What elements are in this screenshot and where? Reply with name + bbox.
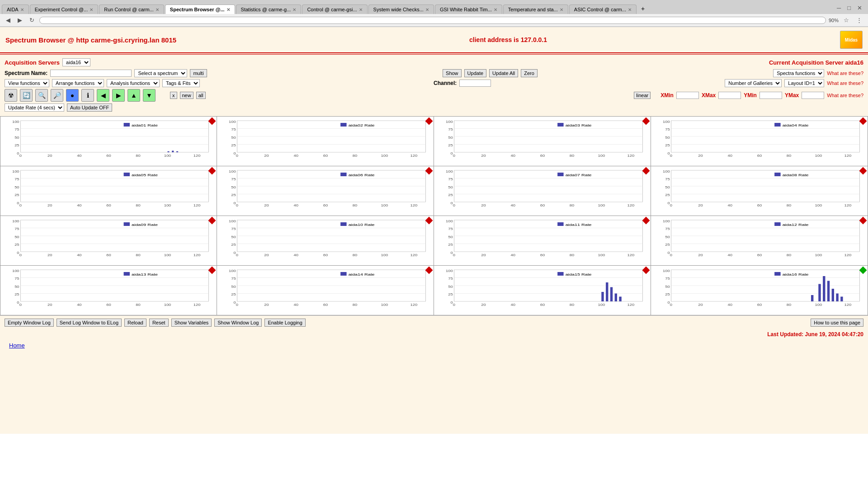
chart-cell-aida04[interactable]: 0255075100020406080100120aida04 Rate bbox=[651, 117, 868, 166]
tab-experiment[interactable]: Experiment Control @... ✕ bbox=[30, 5, 99, 14]
send-log-button[interactable]: Send Log Window to ELog bbox=[57, 319, 122, 327]
client-address: client address is 127.0.0.1 bbox=[469, 36, 547, 43]
tab-temp[interactable]: Temperature and sta... ✕ bbox=[503, 5, 568, 14]
tags-fits-select[interactable]: Tags & Fits bbox=[162, 79, 200, 87]
xmin-input[interactable]: 0 bbox=[676, 92, 699, 99]
acq-server-select[interactable]: aida16 bbox=[62, 58, 90, 66]
zero-button[interactable]: Zero bbox=[521, 69, 538, 77]
address-input[interactable]: localhost:8015/Spectrum/Spectrum.tml bbox=[39, 17, 826, 24]
bookmark-button[interactable]: ☆ bbox=[841, 16, 851, 24]
linear-button[interactable]: linear bbox=[634, 92, 651, 99]
maximize-button[interactable]: □ bbox=[845, 4, 853, 12]
show-log-button[interactable]: Show Window Log bbox=[214, 319, 262, 327]
how-to-use-button[interactable]: How to use this page bbox=[811, 319, 863, 327]
auto-update-button[interactable]: Auto Update OFF bbox=[67, 103, 112, 112]
svg-text:aida12 Rate: aida12 Rate bbox=[783, 222, 809, 226]
tab-asic[interactable]: ASIC Control @ carm... ✕ bbox=[569, 5, 637, 14]
close-icon[interactable]: ✕ bbox=[292, 7, 296, 12]
close-icon[interactable]: ✕ bbox=[425, 7, 429, 12]
show-variables-button[interactable]: Show Variables bbox=[171, 319, 212, 327]
tab-control[interactable]: Control @ carme-gsi... ✕ bbox=[302, 5, 367, 14]
chart-cell-aida14[interactable]: 0255075100020406080100120aida14 Rate bbox=[217, 266, 434, 315]
select-spectrum-dropdown[interactable]: Select a spectrum bbox=[134, 69, 187, 77]
show-button[interactable]: Show bbox=[443, 69, 462, 77]
ymin-input[interactable]: 0 bbox=[760, 92, 782, 99]
what-these-3[interactable]: What are these? bbox=[827, 93, 863, 98]
chart-cell-aida15[interactable]: 0255075100020406080100120aida15 Rate bbox=[434, 266, 651, 315]
close-icon[interactable]: ✕ bbox=[156, 7, 159, 12]
channel-input[interactable] bbox=[459, 80, 491, 87]
spectra-functions-select[interactable]: Spectra functions bbox=[773, 69, 824, 77]
new-tab-button[interactable]: + bbox=[637, 3, 648, 14]
empty-log-button[interactable]: Empty Window Log bbox=[5, 319, 54, 327]
close-icon[interactable]: ✕ bbox=[628, 7, 632, 12]
up-arrow-button[interactable]: ▲ bbox=[127, 89, 140, 102]
tab-aida[interactable]: AIDA ✕ bbox=[2, 5, 29, 14]
zoom-in-icon-button[interactable]: 🔍 bbox=[35, 89, 48, 102]
blue-circle-button[interactable]: ● bbox=[66, 89, 79, 102]
close-icon[interactable]: ✕ bbox=[359, 7, 363, 12]
home-link[interactable]: Home bbox=[5, 339, 29, 352]
forward-button[interactable]: ▶ bbox=[15, 16, 24, 24]
tab-run[interactable]: Run Control @ carm... ✕ bbox=[99, 5, 164, 14]
x-button[interactable]: x bbox=[170, 92, 177, 99]
tab-gsi[interactable]: GSI White Rabbit Tim... ✕ bbox=[435, 5, 502, 14]
arrange-functions-select[interactable]: Arrange functions bbox=[52, 79, 104, 87]
chart-cell-aida06[interactable]: 0255075100020406080100120aida06 Rate bbox=[217, 166, 434, 216]
chart-cell-aida13[interactable]: 0255075100020406080100120aida13 Rate bbox=[0, 266, 217, 315]
reload-button[interactable]: Reload bbox=[124, 319, 146, 327]
reset-button[interactable]: Reset bbox=[149, 319, 169, 327]
tab-system[interactable]: System wide Checks... ✕ bbox=[368, 5, 434, 14]
close-icon[interactable]: ✕ bbox=[90, 7, 93, 12]
tab-statistics[interactable]: Statistics @ carme-g... ✕ bbox=[236, 5, 302, 14]
view-functions-select[interactable]: View functions bbox=[5, 79, 49, 87]
zoom-out-icon-button[interactable]: 🔎 bbox=[51, 89, 63, 102]
tab-spectrum[interactable]: Spectrum Browser @... ✕ bbox=[165, 5, 235, 14]
sync-icon-button[interactable]: 🔄 bbox=[20, 89, 33, 102]
down-arrow-button[interactable]: ▼ bbox=[143, 89, 156, 102]
info-icon-button[interactable]: ℹ bbox=[81, 89, 94, 102]
what-these-1[interactable]: What are these? bbox=[827, 70, 863, 76]
close-icon[interactable]: ✕ bbox=[20, 7, 24, 12]
svg-text:25: 25 bbox=[14, 293, 19, 297]
chart-cell-aida16[interactable]: 0255075100020406080100120aida16 Rate bbox=[651, 266, 868, 315]
update-rate-select[interactable]: Update Rate (4 secs) bbox=[5, 103, 64, 112]
layout-select[interactable]: Layout ID=1 bbox=[784, 79, 824, 87]
close-icon[interactable]: ✕ bbox=[560, 7, 563, 12]
update-all-button[interactable]: Update All bbox=[489, 69, 518, 77]
extensions-button[interactable]: ⋮ bbox=[854, 16, 864, 24]
xmax-input[interactable]: 128 bbox=[718, 92, 741, 99]
minimize-button[interactable]: ─ bbox=[835, 4, 843, 12]
spectrum-name-input[interactable]: Rate bbox=[50, 70, 132, 77]
new-button[interactable]: new bbox=[180, 92, 193, 99]
svg-text:50: 50 bbox=[14, 285, 19, 289]
chart-cell-aida02[interactable]: 0255075100020406080100120aida02 Rate bbox=[217, 117, 434, 166]
all-button[interactable]: all bbox=[196, 92, 206, 99]
chart-cell-aida08[interactable]: 0255075100020406080100120aida08 Rate bbox=[651, 166, 868, 216]
multi-button[interactable]: multi bbox=[190, 69, 207, 77]
chart-cell-aida10[interactable]: 0255075100020406080100120aida10 Rate bbox=[217, 216, 434, 266]
chart-cell-aida05[interactable]: 0255075100020406080100120aida05 Rate bbox=[0, 166, 217, 216]
chart-cell-aida11[interactable]: 0255075100020406080100120aida11 Rate bbox=[434, 216, 651, 266]
svg-text:aida11 Rate: aida11 Rate bbox=[566, 222, 592, 226]
svg-text:25: 25 bbox=[231, 193, 236, 197]
chart-cell-aida12[interactable]: 0255075100020406080100120aida12 Rate bbox=[651, 216, 868, 266]
radiation-icon-button[interactable]: ☢ bbox=[5, 89, 17, 102]
chart-cell-aida01[interactable]: 0255075100020406080100120aida01 Rate bbox=[0, 117, 217, 166]
enable-logging-button[interactable]: Enable Logging bbox=[264, 319, 305, 327]
close-icon[interactable]: ✕ bbox=[226, 7, 230, 12]
update-button[interactable]: Update bbox=[464, 69, 486, 77]
what-these-2[interactable]: What are these? bbox=[827, 80, 863, 86]
chart-cell-aida03[interactable]: 0255075100020406080100120aida03 Rate bbox=[434, 117, 651, 166]
forward-arrow-button[interactable]: ▶ bbox=[112, 89, 125, 102]
refresh-button[interactable]: ↻ bbox=[27, 16, 37, 24]
close-icon[interactable]: ✕ bbox=[494, 7, 497, 12]
analysis-functions-select[interactable]: Analysis functions bbox=[107, 79, 160, 87]
close-button[interactable]: ✕ bbox=[855, 4, 864, 12]
back-arrow-button[interactable]: ◀ bbox=[97, 89, 109, 102]
chart-cell-aida07[interactable]: 0255075100020406080100120aida07 Rate bbox=[434, 166, 651, 216]
number-galleries-select[interactable]: Number of Galleries bbox=[725, 79, 782, 87]
ymax-input[interactable]: 100 bbox=[802, 92, 824, 99]
back-button[interactable]: ◀ bbox=[4, 16, 13, 24]
chart-cell-aida09[interactable]: 0255075100020406080100120aida09 Rate bbox=[0, 216, 217, 266]
